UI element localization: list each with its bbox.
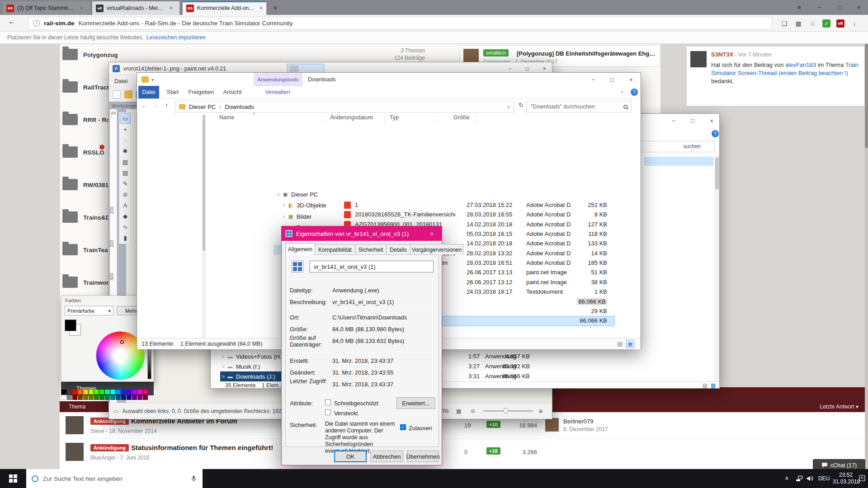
- browser-maximize-button[interactable]: □: [830, 0, 850, 15]
- apps-grid-icon[interactable]: ▦: [793, 18, 804, 29]
- browser-minimize-button[interactable]: −: [809, 0, 830, 15]
- activity-user[interactable]: S3NT3X: [711, 51, 733, 58]
- column-letzte-antwort[interactable]: Letzte Antwort ▾: [820, 404, 859, 410]
- pages-icon[interactable]: ❏: [778, 18, 790, 29]
- palette-swatch[interactable]: [67, 389, 72, 394]
- palette-swatch[interactable]: [127, 389, 132, 394]
- ribbon-tab-verwalten[interactable]: Verwalten: [253, 86, 302, 99]
- palette-swatch[interactable]: [83, 389, 88, 394]
- open-file-icon[interactable]: [124, 90, 132, 99]
- last-reply-user[interactable]: Berliner079: [563, 418, 594, 425]
- action-center-icon[interactable]: [859, 475, 866, 483]
- palette-swatch[interactable]: [137, 395, 142, 400]
- ribbon-collapse-icon[interactable]: ˅: [621, 89, 623, 94]
- ribbon-tab-start[interactable]: Start: [163, 86, 183, 99]
- column-date[interactable]: Änderungsdatum: [330, 114, 373, 121]
- ok-button[interactable]: OK: [334, 450, 367, 462]
- tool-icon-lasso[interactable]: ◌: [120, 135, 131, 145]
- address-bar[interactable]: Dieser PC › Downloads ∨: [175, 101, 514, 113]
- tab-close-icon[interactable]: ×: [168, 5, 173, 11]
- zoom-slider-knob[interactable]: [503, 408, 509, 413]
- palette-swatch[interactable]: [89, 389, 94, 394]
- user-link[interactable]: alexFan183: [785, 61, 816, 68]
- close-button[interactable]: ×: [622, 73, 641, 86]
- palette-swatch[interactable]: [143, 389, 148, 394]
- details-view-icon[interactable]: ▤: [617, 340, 623, 347]
- zoom-out-icon[interactable]: ⊖: [471, 408, 475, 414]
- palette-swatch[interactable]: [61, 389, 66, 394]
- palette-swatch[interactable]: [78, 389, 83, 394]
- release-title[interactable]: [Polygonzug] DB Einheitshilfsgerätewagen…: [517, 50, 658, 57]
- thread-row[interactable]: Ankündigung Statusinformationen für Them…: [60, 438, 865, 465]
- explorer-search-box[interactable]: "Downloads" durchsuchen: [527, 101, 632, 113]
- tray-chevron-icon[interactable]: ∧: [785, 475, 789, 481]
- hidden-checkbox[interactable]: [325, 409, 331, 415]
- close-button[interactable]: ×: [702, 114, 721, 127]
- tool-icon-zoom[interactable]: ▮: [120, 232, 131, 243]
- breadcrumb-downloads[interactable]: Downloads: [225, 103, 254, 110]
- palette-swatch[interactable]: [116, 395, 121, 400]
- filename-input[interactable]: vr_br141_el_orot_v3 (1): [310, 261, 434, 272]
- explorer-title-bar[interactable]: ▾ Anwendungstools Downloads − □ ×: [137, 73, 641, 86]
- ribbon-tab-freigeben[interactable]: Freigeben: [186, 86, 216, 99]
- allow-checkbox[interactable]: ✓: [400, 424, 406, 430]
- address-dropdown-icon[interactable]: ∨: [507, 104, 510, 109]
- primary-color-swatch[interactable]: [65, 319, 76, 331]
- paintnet-menu-item[interactable]: Datei: [114, 78, 127, 84]
- forward-icon[interactable]: →: [152, 101, 159, 109]
- sidebar-item-3d-objekte[interactable]: >◧3D-Objekte: [274, 201, 339, 211]
- help-icon[interactable]: ?: [631, 89, 638, 96]
- volume-icon[interactable]: [807, 475, 814, 483]
- qat-dropdown-icon[interactable]: ▾: [151, 77, 154, 82]
- browser-close-button[interactable]: ×: [850, 0, 868, 15]
- palette-swatch[interactable]: [99, 389, 104, 394]
- primary-color-selector[interactable]: Primärfarbe▾: [65, 306, 113, 315]
- forum-category[interactable]: Polygonzug: [62, 45, 198, 63]
- tool-icon-text[interactable]: A: [120, 200, 131, 211]
- vr-site-icon[interactable]: vR: [835, 18, 846, 29]
- help-icon[interactable]: ?: [712, 130, 719, 137]
- palette-swatch[interactable]: [143, 395, 148, 400]
- breadcrumb-dieser-pc[interactable]: Dieser PC: [189, 103, 216, 110]
- ribbon-tab-ansicht[interactable]: Ansicht: [220, 86, 245, 99]
- tab-kompatibilität[interactable]: Kompatibilität: [315, 244, 355, 255]
- tool-icon-eraser[interactable]: ⊘: [120, 189, 131, 200]
- palette-swatch[interactable]: [137, 389, 142, 394]
- minimize-button[interactable]: −: [584, 73, 603, 86]
- tab-close-icon[interactable]: ×: [258, 5, 263, 11]
- microphone-icon[interactable]: [190, 475, 197, 482]
- tool-icon-pencil[interactable]: ✎: [120, 178, 131, 189]
- palette-swatch[interactable]: [99, 395, 104, 400]
- minimize-button[interactable]: −: [664, 114, 683, 127]
- thumbnails-view-icon[interactable]: ▦: [626, 340, 634, 348]
- palette-swatch[interactable]: [116, 389, 121, 394]
- palette-swatch[interactable]: [61, 395, 66, 400]
- palette-swatch[interactable]: [110, 395, 115, 400]
- start-button[interactable]: [0, 469, 26, 488]
- tool-icon-paint-bucket[interactable]: ▧: [120, 156, 131, 167]
- maximize-button[interactable]: □: [683, 114, 702, 127]
- url-bar[interactable]: i rail-sim.de Kommerzielle Add-ons - Rai…: [28, 17, 772, 30]
- cancel-button[interactable]: Abbrechen: [370, 450, 403, 462]
- palette-swatch[interactable]: [94, 395, 99, 400]
- tab-close-icon[interactable]: ×: [78, 5, 83, 11]
- tab-allgemein[interactable]: Allgemein: [285, 243, 315, 255]
- tool-icon-rectangle-select[interactable]: ▭: [120, 113, 131, 124]
- new-tab-button[interactable]: +: [269, 2, 281, 14]
- palette-swatch[interactable]: [105, 389, 110, 394]
- column-type[interactable]: Typ: [390, 114, 399, 121]
- palette-swatch[interactable]: [94, 389, 99, 394]
- browser-menu-button[interactable]: ≡: [789, 0, 809, 15]
- advanced-button[interactable]: Erweitert...: [396, 397, 435, 409]
- taskbar-search-box[interactable]: Zur Suche Text hier eingeben: [26, 469, 203, 488]
- tab-vorgängerversionen[interactable]: Vorgängerversionen: [410, 244, 463, 255]
- tool-icon-move[interactable]: +: [120, 124, 131, 135]
- sidebar-item-dieser-pc[interactable]: ∨▣Dieser PC: [274, 189, 339, 199]
- tool-icon-clone-stamp[interactable]: ∿: [120, 221, 131, 232]
- palette-swatch[interactable]: [110, 389, 115, 394]
- browser-tab[interactable]: RS Kommerzielle Add-ons - ... ×: [183, 1, 267, 15]
- adblock-shield-icon[interactable]: ✓: [821, 18, 832, 29]
- tab-sicherheit[interactable]: Sicherheit: [355, 244, 387, 255]
- ribbon-tab-datei[interactable]: Datei: [138, 86, 159, 99]
- tray-clock[interactable]: 23:52 31.03.2018: [833, 472, 859, 485]
